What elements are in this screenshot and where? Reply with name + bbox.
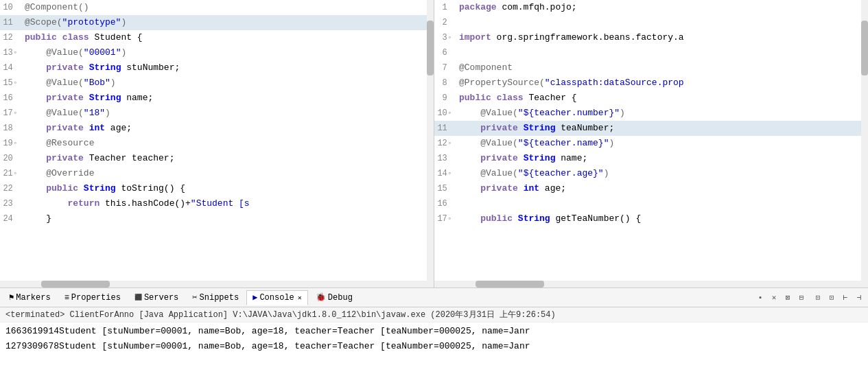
line-number: 10 xyxy=(1,0,23,15)
right-scrollbar-v[interactable] xyxy=(861,0,868,288)
table-row: 14 private String stuNumber; xyxy=(0,60,434,75)
line-number: 17◦ xyxy=(1,106,23,121)
line-content: public String toString() { xyxy=(23,181,434,196)
line-number: 13 xyxy=(436,151,458,166)
table-row: 20 private Teacher teacher; xyxy=(0,151,434,166)
line-number: 6 xyxy=(436,45,458,60)
line-number: 14 xyxy=(1,60,23,75)
line-number: 1 xyxy=(436,0,458,15)
line-content: public class Student { xyxy=(23,30,434,45)
line-content: @Value("18") xyxy=(23,106,434,121)
line-number: 11 xyxy=(436,121,458,136)
line-content: @Value("00001") xyxy=(23,45,434,60)
line-number: 17◦ xyxy=(436,211,458,226)
line-number: 16 xyxy=(1,91,23,106)
line-content: private int age; xyxy=(458,181,868,196)
tab-snippets[interactable]: ✂ Snippets xyxy=(186,290,245,305)
line-content: package com.mfqh.pojo; xyxy=(458,0,868,15)
toolbar-btn3[interactable]: ⊠ xyxy=(782,292,794,304)
tab-markers-label: Markers xyxy=(16,293,50,303)
line-number: 20 xyxy=(1,151,23,166)
console-status-bar: <terminated> ClientForAnno [Java Applica… xyxy=(0,307,868,322)
line-number: 12◦ xyxy=(436,136,458,151)
table-row: 12 public class Student { xyxy=(0,30,434,45)
table-row: 15◦ @Value("Bob") xyxy=(0,75,434,91)
table-row: 16 private String name; xyxy=(0,91,434,106)
line-number: 19◦ xyxy=(1,136,23,151)
line-content: public class Teacher { xyxy=(458,91,868,106)
toolbar-btn5[interactable]: ⊡ xyxy=(812,292,824,304)
line-content: @Override xyxy=(23,166,434,181)
line-content: @Value("${teacher.age}") xyxy=(458,166,868,181)
right-code-content: 1 package com.mfqh.pojo;2 3◦import org.s… xyxy=(434,0,868,226)
line-content: public String getTeaNumber() { xyxy=(458,211,868,226)
table-row: 19◦ @Resource xyxy=(0,136,434,151)
line-content: @Component xyxy=(458,60,868,75)
line-content: private String name; xyxy=(23,91,434,106)
table-row: 14◦ @Value("${teacher.age}") xyxy=(434,166,868,181)
line-number: 21◦ xyxy=(1,166,23,181)
toolbar-btn4[interactable]: ⊟ xyxy=(795,292,808,304)
toolbar-close-btn[interactable]: ✕ xyxy=(768,292,780,304)
line-content: private String name; xyxy=(458,151,868,166)
toolbar-btn6[interactable]: ⊡ xyxy=(825,292,838,304)
line-number: 15 xyxy=(436,181,458,196)
console-output[interactable]: 1663619914Student [stuNumber=00001, name… xyxy=(0,322,868,387)
line-number: 23 xyxy=(1,196,23,211)
table-row: 1 package com.mfqh.pojo; xyxy=(434,0,868,15)
toolbar-btn7[interactable]: ⊢ xyxy=(839,292,852,304)
tab-debug-label: Debug xyxy=(328,293,353,303)
right-scrollbar-thumb-v[interactable] xyxy=(861,21,868,75)
line-number: 8 xyxy=(436,75,458,91)
line-content: } xyxy=(23,211,434,226)
table-row: 17◦ @Value("18") xyxy=(0,106,434,121)
line-content: @Component() xyxy=(23,0,434,15)
console-close-icon[interactable]: ✕ xyxy=(298,294,302,302)
left-code-content: 10 @Component()11 @Scope("prototype")12 … xyxy=(0,0,434,226)
right-code-panel[interactable]: 1 package com.mfqh.pojo;2 3◦import org.s… xyxy=(434,0,868,288)
line-number: 24 xyxy=(1,211,23,226)
console-icon: ▶ xyxy=(253,292,257,303)
tab-markers[interactable]: ⚑ Markers xyxy=(3,290,57,305)
tab-console[interactable]: ▶ Console ✕ xyxy=(246,290,308,305)
markers-icon: ⚑ xyxy=(9,292,14,303)
table-row: 17◦ public String getTeaNumber() { xyxy=(434,211,868,226)
table-row: 2 xyxy=(434,15,868,30)
tab-debug[interactable]: 🐞 Debug xyxy=(309,290,359,305)
table-row: 10 @Component() xyxy=(0,0,434,15)
line-number: 15◦ xyxy=(1,75,23,91)
line-number: 2 xyxy=(436,15,458,30)
left-scrollbar-thumb-v[interactable] xyxy=(427,21,434,75)
line-content: @Value("${teacher.name}") xyxy=(458,136,868,151)
line-content: import org.springframework.beans.factory… xyxy=(458,30,868,45)
table-row: 23 return this.hashCode()+"Student [s xyxy=(0,196,434,211)
tab-console-label: Console xyxy=(259,293,294,303)
left-scrollbar-h[interactable] xyxy=(0,281,427,288)
toolbar-btn8[interactable]: ⊣ xyxy=(853,292,865,304)
toolbar-stop-btn[interactable]: ▪ xyxy=(754,292,766,304)
left-scrollbar-v[interactable] xyxy=(427,0,434,288)
line-content: @PropertySource("classpath:dataSource.pr… xyxy=(458,75,868,91)
console-line: 1279309678Student [stuNumber=00001, name… xyxy=(5,339,863,354)
tabs-bar: ⚑ Markers ≡ Properties ⬛ Servers ✂ Snipp… xyxy=(0,288,868,307)
right-scrollbar-thumb-h[interactable] xyxy=(476,281,544,288)
table-row: 11 @Scope("prototype") xyxy=(0,15,434,30)
tab-servers[interactable]: ⬛ Servers xyxy=(128,290,185,305)
line-content: @Resource xyxy=(23,136,434,151)
left-scrollbar-thumb-h[interactable] xyxy=(41,281,110,288)
table-row: 10◦ @Value("${teacher.number}") xyxy=(434,106,868,121)
line-content: private String teaNumber; xyxy=(458,121,868,136)
line-content: private Teacher teacher; xyxy=(23,151,434,166)
line-number: 18 xyxy=(1,121,23,136)
line-number: 3◦ xyxy=(436,30,458,45)
right-scrollbar-h[interactable] xyxy=(434,281,861,288)
left-code-panel[interactable]: 10 @Component()11 @Scope("prototype")12 … xyxy=(0,0,434,288)
table-row: 22 public String toString() { xyxy=(0,181,434,196)
editor-area: 10 @Component()11 @Scope("prototype")12 … xyxy=(0,0,868,288)
tab-properties[interactable]: ≡ Properties xyxy=(58,290,127,305)
bottom-panel: ⚑ Markers ≡ Properties ⬛ Servers ✂ Snipp… xyxy=(0,288,868,387)
line-content: private int age; xyxy=(23,121,434,136)
line-number: 12 xyxy=(1,30,23,45)
debug-icon: 🐞 xyxy=(316,292,326,303)
table-row: 8 @PropertySource("classpath:dataSource.… xyxy=(434,75,868,91)
